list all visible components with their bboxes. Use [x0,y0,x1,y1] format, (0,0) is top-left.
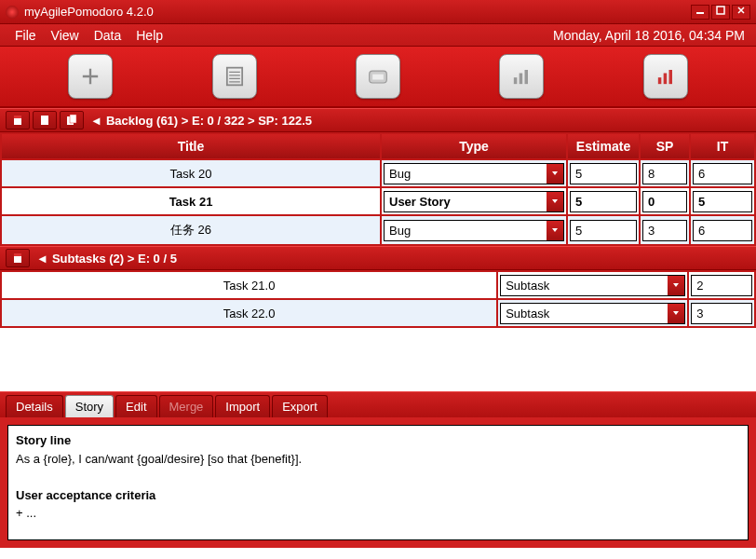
window-controls [691,5,750,20]
backlog-table: Title Type Estimate SP IT Task 20 Bug Ta… [0,132,756,246]
story-textarea[interactable]: Story line As a {role}, I can/want {goal… [7,425,749,540]
subtasks-doc-icon[interactable] [6,249,30,267]
num-input[interactable] [691,303,752,324]
datetime-label: Monday, April 18 2016, 04:34 PM [553,28,749,43]
detail-panel: Story line As a {role}, I can/want {goal… [0,417,756,548]
type-dropdown[interactable]: Bug [384,163,564,184]
cell-title[interactable]: Task 21 [4,191,378,212]
menu-file[interactable]: File [7,25,44,46]
sp-input[interactable] [642,191,687,212]
svg-rect-4 [372,75,384,80]
svg-rect-15 [70,115,76,123]
timer-button[interactable] [356,54,400,99]
tab-story[interactable]: Story [65,395,114,417]
col-type[interactable]: Type [381,133,567,159]
type-dropdown[interactable]: User Story [384,191,564,212]
subtasks-header: ◄ Subtasks (2) > E: 0 / 5 [0,246,756,270]
it-input[interactable] [693,163,752,184]
story-criteria: + ... [16,506,36,520]
story-heading1: Story line [16,433,71,447]
titlebar: myAgilePomodoro 4.2.0 [0,0,756,24]
svg-rect-10 [668,70,672,84]
backlog-doc2-icon[interactable] [33,111,57,130]
backlog-collapse-arrow-icon[interactable]: ◄ [90,114,102,128]
cell-title[interactable]: Task 21.0 [4,275,494,296]
menu-data[interactable]: Data [87,25,129,46]
svg-rect-13 [41,116,48,125]
table-row[interactable]: Task 22.0 Subtask [1,299,755,327]
tab-merge[interactable]: Merge [159,395,214,417]
it-input[interactable] [693,191,752,212]
svg-rect-5 [514,77,518,84]
sp-input[interactable] [642,163,687,184]
menu-view[interactable]: View [44,25,87,46]
chart1-button[interactable] [499,54,544,99]
svg-rect-12 [14,116,21,118]
backlog-header: ◄ Backlog (61) > E: 0 / 322 > SP: 122.5 [0,108,756,132]
add-button[interactable] [68,54,113,99]
type-dropdown[interactable]: Bug [384,220,564,241]
svg-rect-9 [663,74,667,85]
cell-title[interactable]: Task 20 [4,163,378,184]
it-input[interactable] [693,220,752,241]
app-icon [6,6,19,19]
estimate-input[interactable] [570,220,637,241]
tab-export[interactable]: Export [272,395,328,417]
svg-rect-2 [226,68,241,86]
col-sp[interactable]: SP [640,133,690,159]
svg-rect-6 [520,74,523,85]
svg-rect-0 [696,12,704,14]
chevron-down-icon[interactable] [668,276,684,295]
num-input[interactable] [691,275,752,296]
chart2-button[interactable] [643,54,688,99]
svg-rect-8 [658,77,662,84]
story-heading2: User acceptance criteria [16,488,155,502]
main-toolbar [0,47,756,108]
table-row[interactable]: Task 21 User Story [1,187,755,215]
tab-import[interactable]: Import [215,395,270,417]
svg-rect-1 [717,7,724,14]
sp-input[interactable] [642,220,687,241]
chevron-down-icon[interactable] [668,304,684,323]
col-estimate[interactable]: Estimate [567,133,640,159]
maximize-button[interactable] [711,5,730,20]
col-it[interactable]: IT [690,133,755,159]
subtasks-collapse-arrow-icon[interactable]: ◄ [36,252,48,266]
menu-help[interactable]: Help [128,25,170,46]
type-dropdown[interactable]: Subtask [500,303,685,324]
backlog-doc3-icon[interactable] [60,111,84,130]
chevron-down-icon[interactable] [547,192,563,211]
svg-rect-7 [525,70,529,84]
detail-tabs: Details Story Edit Merge Import Export [0,391,756,417]
backlog-doc1-icon[interactable] [6,111,30,130]
cell-title[interactable]: 任务 26 [4,218,378,242]
menubar: File View Data Help Monday, April 18 201… [0,24,756,47]
window-title: myAgilePomodoro 4.2.0 [24,5,691,19]
type-dropdown[interactable]: Subtask [500,275,685,296]
table-row[interactable]: Task 21.0 Subtask [1,271,755,299]
svg-rect-17 [14,253,21,256]
table-row[interactable]: Task 20 Bug [1,159,755,187]
subtasks-header-text: Subtasks (2) > E: 0 / 5 [52,252,177,266]
minimize-button[interactable] [691,5,709,20]
tab-edit[interactable]: Edit [115,395,156,417]
chevron-down-icon[interactable] [547,221,563,240]
table-row[interactable]: 任务 26 Bug [1,215,755,245]
story-line: As a {role}, I can/want {goal/desire} [s… [16,452,302,466]
cell-title[interactable]: Task 22.0 [4,303,494,324]
chevron-down-icon[interactable] [547,164,563,184]
list-button[interactable] [212,54,257,99]
subtasks-table: Task 21.0 Subtask Task 22.0 Subtask [0,270,756,328]
estimate-input[interactable] [570,163,637,184]
col-title[interactable]: Title [1,133,381,159]
estimate-input[interactable] [570,191,637,212]
tab-details[interactable]: Details [6,395,63,417]
close-button[interactable] [732,5,750,20]
backlog-header-text: Backlog (61) > E: 0 / 322 > SP: 122.5 [106,114,312,128]
